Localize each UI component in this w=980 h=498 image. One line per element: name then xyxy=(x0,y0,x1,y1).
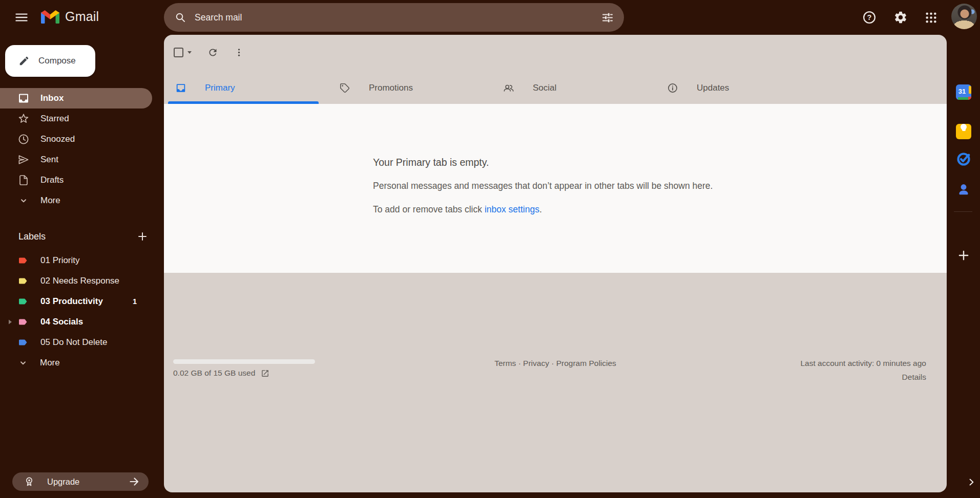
label-name: 04 Socials xyxy=(40,317,83,327)
sidebar-item-label: Sent xyxy=(40,155,58,165)
show-side-panel-icon[interactable] xyxy=(966,477,976,487)
google-apps-grid-icon[interactable] xyxy=(925,11,939,26)
unread-count: 1 xyxy=(133,297,137,306)
label-name: 05 Do Not Delete xyxy=(40,337,107,348)
message-list-area: Your Primary tab is empty. Personal mess… xyxy=(164,104,947,273)
program-policies-link[interactable]: Program Policies xyxy=(556,359,616,367)
main-menu-icon[interactable] xyxy=(14,10,29,25)
label-name: 03 Productivity xyxy=(40,296,103,307)
details-link[interactable]: Details xyxy=(800,373,926,382)
sidebar-item-more[interactable]: More xyxy=(0,190,152,211)
sidebar-item-inbox[interactable]: Inbox xyxy=(0,88,152,109)
sidebar-item-snoozed[interactable]: Snoozed xyxy=(0,129,152,149)
upgrade-button[interactable]: Upgrade xyxy=(12,472,149,491)
separator: · xyxy=(516,359,523,367)
tab-social[interactable]: Social xyxy=(492,72,656,104)
labels-more[interactable]: More xyxy=(0,353,152,373)
tasks-icon[interactable] xyxy=(956,151,971,167)
inbox-settings-link[interactable]: inbox settings xyxy=(485,204,539,214)
calendar-icon[interactable]: 31 xyxy=(956,84,971,100)
send-icon xyxy=(17,154,30,166)
sidebar-nav: Inbox Starred Snoozed Sent Drafts More xyxy=(0,88,164,211)
side-panel: 31 xyxy=(947,35,980,498)
tab-updates[interactable]: Updates xyxy=(656,72,820,104)
label-name: 01 Priority xyxy=(40,255,80,266)
sidebar-item-starred[interactable]: Starred xyxy=(0,109,152,129)
tab-label: Promotions xyxy=(369,83,413,93)
calendar-day: 31 xyxy=(956,85,968,97)
get-add-ons-icon[interactable] xyxy=(957,249,970,262)
search-bar[interactable] xyxy=(164,3,624,32)
storage-info: 0.02 GB of 15 GB used xyxy=(173,369,269,378)
label-item-04-socials[interactable]: 04 Socials xyxy=(0,312,152,332)
app-title: Gmail xyxy=(65,9,99,24)
search-icon xyxy=(174,11,186,24)
sidebar-item-sent[interactable]: Sent xyxy=(0,149,152,170)
label-item-02-needs-response[interactable]: 02 Needs Response xyxy=(0,271,152,291)
sidebar: Compose Inbox Starred Snoozed Sent Draft… xyxy=(0,35,164,498)
labels-title: Labels xyxy=(18,231,46,242)
cta-suffix: . xyxy=(539,204,542,214)
label-item-01-priority[interactable]: 01 Priority xyxy=(0,250,152,271)
clock-icon xyxy=(17,133,30,145)
label-item-03-productivity[interactable]: 03 Productivity 1 xyxy=(0,291,152,312)
expand-arrow-icon[interactable] xyxy=(8,319,12,324)
separator: · xyxy=(549,359,556,367)
open-in-new-icon[interactable] xyxy=(261,369,269,378)
labels-header: Labels xyxy=(0,226,164,247)
tab-label: Updates xyxy=(697,83,729,93)
label-tag-icon xyxy=(17,276,29,286)
settings-gear-icon[interactable] xyxy=(893,10,908,25)
label-name: More xyxy=(40,358,60,368)
star-icon xyxy=(17,113,30,125)
tab-label: Social xyxy=(533,83,556,93)
profile-avatar[interactable] xyxy=(951,4,977,29)
inbox-tabs: Primary Promotions Social Updates xyxy=(164,72,820,104)
tab-promotions[interactable]: Promotions xyxy=(328,72,492,104)
help-icon[interactable]: ? xyxy=(862,10,877,25)
top-bar: Gmail ? xyxy=(0,0,980,35)
upgrade-label: Upgrade xyxy=(47,477,79,487)
sidebar-item-label: Inbox xyxy=(40,93,64,103)
add-label-icon[interactable] xyxy=(136,230,149,243)
refresh-icon[interactable] xyxy=(207,47,218,58)
medal-icon xyxy=(24,476,35,487)
select-all-checkbox[interactable] xyxy=(174,48,183,57)
contacts-icon[interactable] xyxy=(956,182,971,197)
label-tag-icon xyxy=(17,337,29,348)
panel-divider xyxy=(954,211,972,212)
label-item-05-do-not-delete[interactable]: 05 Do Not Delete xyxy=(0,332,152,353)
sidebar-item-drafts[interactable]: Drafts xyxy=(0,170,152,190)
sidebar-item-label: Drafts xyxy=(40,175,64,185)
keep-icon[interactable] xyxy=(956,120,971,136)
gmail-logo: Gmail xyxy=(41,9,99,24)
storage-text: 0.02 GB of 15 GB used xyxy=(173,369,255,378)
tab-primary[interactable]: Primary xyxy=(164,72,328,104)
mail-list-panel: Primary Promotions Social Updates Your P… xyxy=(164,35,947,492)
label-tag-icon xyxy=(17,317,29,327)
sidebar-item-label: Snoozed xyxy=(40,134,75,144)
gmail-m-icon xyxy=(41,10,59,24)
account-activity: Last account activity: 0 minutes ago Det… xyxy=(800,359,926,382)
arrow-right-icon xyxy=(128,475,140,488)
tab-label: Primary xyxy=(205,83,235,93)
label-tag-icon xyxy=(17,255,29,266)
sidebar-labels: 01 Priority 02 Needs Response 03 Product… xyxy=(0,250,164,373)
people-icon xyxy=(503,82,514,94)
cta-prefix: To add or remove tabs click xyxy=(373,204,485,214)
sidebar-item-label: More xyxy=(40,196,60,206)
search-options-icon[interactable] xyxy=(601,11,614,24)
compose-button[interactable]: Compose xyxy=(5,45,95,77)
empty-state-cta: To add or remove tabs click inbox settin… xyxy=(373,204,713,215)
activity-text: Last account activity: 0 minutes ago xyxy=(800,359,926,368)
empty-state-body: Personal messages and messages that don’… xyxy=(373,181,713,191)
search-input[interactable] xyxy=(194,12,601,24)
compose-label: Compose xyxy=(38,56,76,66)
chevron-down-icon xyxy=(17,357,29,369)
more-options-icon[interactable] xyxy=(234,47,244,58)
privacy-link[interactable]: Privacy xyxy=(523,359,549,367)
label-name: 02 Needs Response xyxy=(40,276,119,286)
select-dropdown-icon[interactable] xyxy=(187,51,192,54)
terms-link[interactable]: Terms xyxy=(494,359,516,367)
chevron-down-icon xyxy=(17,194,30,207)
